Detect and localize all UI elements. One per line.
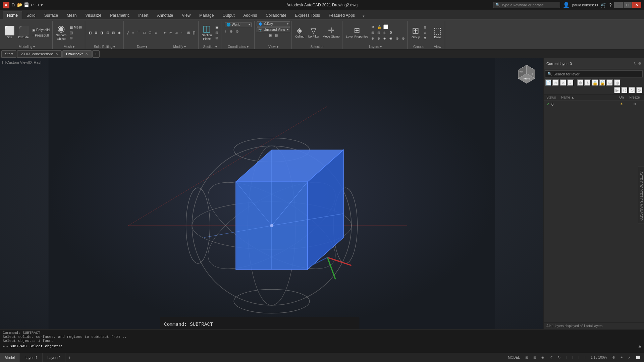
mesh-btn3[interactable]: ⊞ xyxy=(68,36,83,41)
scene-3d[interactable]: Command: SUBTRACT Select solids, surface… xyxy=(0,58,543,329)
layer-tool-current[interactable]: ✓ xyxy=(567,79,574,86)
layer-btn6[interactable]: ◈ xyxy=(382,36,387,41)
draw-btn1[interactable]: ╱ xyxy=(126,30,130,35)
layer-tool-uiso[interactable]: ⊕ xyxy=(614,79,621,86)
close-button[interactable]: ✕ xyxy=(632,2,641,8)
status-model[interactable]: MODEL xyxy=(506,356,521,359)
solid-edit-btn1[interactable]: ◧ xyxy=(87,30,93,35)
tab-collaborate[interactable]: Collaborate xyxy=(261,11,290,19)
layer-tool-iso[interactable]: ◎ xyxy=(606,79,613,86)
user-icon[interactable]: 👤 xyxy=(563,2,570,8)
tab-parametric[interactable]: Parametric xyxy=(106,11,134,19)
layer-btn7[interactable]: ◉ xyxy=(388,36,394,41)
status-grid[interactable]: ⊞ xyxy=(524,356,529,359)
layer-btn5[interactable]: ⊖ xyxy=(376,36,381,41)
coordinates-expand[interactable]: ▾ xyxy=(247,45,249,49)
tab-express[interactable]: Express Tools xyxy=(291,11,324,19)
add-doc-tab-button[interactable]: + xyxy=(92,50,100,58)
open-icon[interactable]: 📂 xyxy=(17,2,22,7)
view-btn2[interactable]: ⊟ xyxy=(274,33,279,38)
unsaved-view-select[interactable]: 📷 Unsaved View ▾ xyxy=(257,27,290,32)
coord-btn1[interactable]: ↑ xyxy=(223,29,228,34)
cmd-scroll-up[interactable]: ▲ xyxy=(639,344,641,349)
layer-mgr-side-tab[interactable]: LAYER PROPERTIES MANAGER xyxy=(638,167,644,224)
view-expand[interactable]: ▾ xyxy=(277,45,278,49)
tab-manage[interactable]: Manage xyxy=(195,11,218,19)
draw-btn3[interactable]: ⌒ xyxy=(136,29,142,36)
layer-on-0[interactable]: ☀ xyxy=(616,102,627,106)
layer-tool-expand[interactable]: ▶ xyxy=(614,87,621,94)
tab-insert[interactable]: Insert xyxy=(134,11,153,19)
no-filter-button[interactable]: ▽ No Filter xyxy=(307,26,321,39)
status-track[interactable]: ↻ xyxy=(556,356,562,359)
status-settings[interactable]: ⚙ xyxy=(611,356,616,359)
tab-output[interactable]: Output xyxy=(218,11,239,19)
qa-dropdown-icon[interactable]: ▾ xyxy=(41,2,43,7)
drawing2-close-icon[interactable]: ✕ xyxy=(85,52,88,56)
status-snap2[interactable]: ↺ xyxy=(548,356,554,359)
culling-button[interactable]: ◈ Culling xyxy=(294,26,306,39)
draw-btn6[interactable]: ⊕ xyxy=(153,30,159,35)
status-polar[interactable]: ◉ xyxy=(540,356,546,359)
doc-tab-start[interactable]: Start xyxy=(1,50,16,58)
coord-btn2[interactable]: ⊕ xyxy=(228,29,234,34)
col-name[interactable]: Name ▲ xyxy=(561,96,615,99)
search-box[interactable]: 🔍 Type a keyword or phrase xyxy=(493,2,560,8)
cart-icon[interactable]: 🛒 xyxy=(601,2,606,8)
layer-tool-refresh[interactable]: ↻ xyxy=(629,87,635,94)
layer-tool-unlock-all[interactable]: 🔓 xyxy=(599,79,606,86)
modeling-expand[interactable]: ▾ xyxy=(33,45,35,49)
tab-addins[interactable]: Add-ins xyxy=(239,11,262,19)
status-expand[interactable]: ↗ xyxy=(627,356,632,359)
section-btn2[interactable]: ⊟ xyxy=(214,30,220,35)
modify-btn3[interactable]: ⊿ xyxy=(174,30,179,35)
undo-icon[interactable]: ↩ xyxy=(31,2,34,7)
help-icon[interactable]: ? xyxy=(609,2,612,8)
settings-icon[interactable]: ⚙ xyxy=(638,61,641,66)
save-icon[interactable]: 💾 xyxy=(24,2,29,7)
solid-edit-btn4[interactable]: ⊡ xyxy=(105,30,110,35)
mesh-btn1[interactable]: ▦Mesh xyxy=(68,25,83,30)
status-maximize[interactable]: ⬜ xyxy=(635,356,641,359)
ribbon-options[interactable]: ▾ xyxy=(361,13,367,19)
modify-btn4[interactable]: ↔ xyxy=(179,30,185,35)
groups-btn2[interactable]: ⊖ xyxy=(422,30,428,35)
group-button[interactable]: ⊞ Group xyxy=(410,25,422,40)
add-layout-tab[interactable]: + xyxy=(65,355,73,360)
tab-annotate[interactable]: Annotate xyxy=(153,11,177,19)
layer-tool-settings2[interactable]: ⚙ xyxy=(636,87,643,94)
layer-tool-collapse[interactable]: ⟨⟨ xyxy=(621,87,628,94)
modify-expand[interactable]: ▾ xyxy=(184,45,186,49)
cmd-input[interactable] xyxy=(64,344,637,348)
draw-btn5[interactable]: ⬡ xyxy=(147,30,153,35)
world-dropdown[interactable]: 🌐 World ▾ xyxy=(223,21,253,28)
tab-mesh[interactable]: Mesh xyxy=(62,11,81,19)
solid-editing-expand[interactable]: ▾ xyxy=(113,45,115,49)
layer-tool-new[interactable]: 📄 xyxy=(545,79,552,86)
viewport[interactable]: [-][Custom View][X-Ray] xyxy=(0,58,543,329)
layer-tool-thaw-all[interactable]: ☀ xyxy=(584,79,591,86)
restore-button[interactable]: □ xyxy=(624,2,632,8)
layer-btn1[interactable]: ⊞ xyxy=(370,30,375,35)
layer-tool-freeze-all[interactable]: ❄ xyxy=(577,79,584,86)
draw-btn4[interactable]: □ xyxy=(142,30,147,35)
section-btn1[interactable]: ▣ xyxy=(214,25,220,30)
world-select[interactable]: 🌐 World ▾ xyxy=(225,22,252,27)
model-tab-model[interactable]: Model xyxy=(0,353,20,362)
draw-expand[interactable]: ▾ xyxy=(146,45,147,49)
modify-btn6[interactable]: ∏ xyxy=(192,30,197,35)
layer-btn2[interactable]: ⊟ xyxy=(376,30,381,35)
tab-featured[interactable]: Featured Apps xyxy=(324,11,359,19)
status-snap[interactable]: ⊟ xyxy=(532,356,537,359)
section-expand[interactable]: ▾ xyxy=(215,45,217,49)
minimize-button[interactable]: ─ xyxy=(614,2,623,8)
draw-btn2[interactable]: ○ xyxy=(131,30,136,35)
layers-expand[interactable]: ▾ xyxy=(380,45,382,49)
refresh-icon[interactable]: ↻ xyxy=(634,61,637,66)
mesh-expand[interactable]: ▾ xyxy=(73,45,74,49)
conesection-close-icon[interactable]: ✕ xyxy=(55,52,58,56)
layer-freeze-0[interactable]: ❄ xyxy=(628,102,641,106)
view-btn1[interactable]: ⊞ xyxy=(268,33,273,38)
tab-surface[interactable]: Surface xyxy=(40,11,62,19)
layer-btn4[interactable]: ⊕ xyxy=(370,36,375,41)
